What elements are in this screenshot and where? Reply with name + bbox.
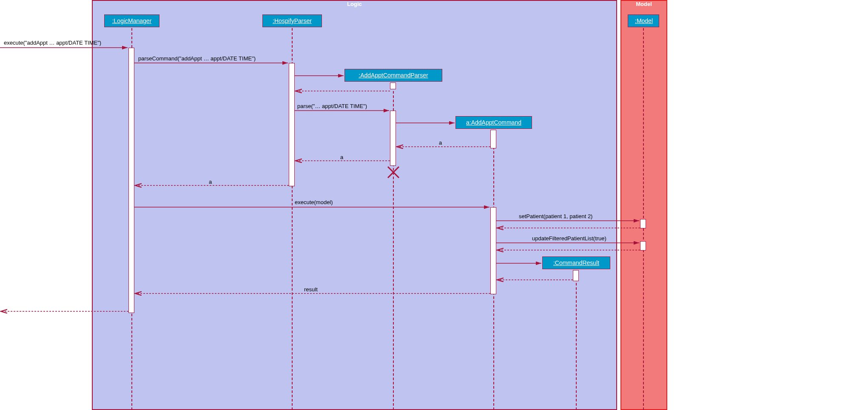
msg-update-filtered: updateFilteredPatientList(true) [532, 235, 606, 242]
activation-addappt-command-2 [490, 207, 496, 294]
msg-execute-1: execute("addAppt … appt/DATE TIME") [4, 40, 101, 46]
participant-addappt-command: a:AddApptCommand [455, 116, 532, 129]
msg-return-a-3: a [209, 179, 212, 185]
msg-return-a-2: a [340, 154, 343, 160]
msg-return-a-1: a [439, 140, 442, 146]
activation-addappt-command-1 [490, 130, 496, 148]
activation-hospify-parser [289, 63, 295, 186]
msg-result: result [304, 286, 318, 293]
frame-model-label: Model [621, 0, 666, 8]
participant-hospify-parser: :HospifyParser [262, 14, 322, 27]
msg-set-patient: setPatient(patient 1, patient 2) [519, 213, 592, 219]
lifeline-command-result [576, 270, 577, 410]
activation-logic-manager [128, 48, 134, 313]
participant-logic-manager: :LogicManager [104, 14, 159, 27]
activation-command-result [573, 270, 579, 281]
activation-model-1 [640, 219, 646, 228]
msg-parse-command: parseCommand("addAppt … appt/DATE TIME") [138, 55, 256, 62]
msg-execute-model: execute(model) [295, 199, 333, 205]
msg-parse: parse("… appt/DATE TIME") [297, 103, 367, 109]
activation-addappt-parser-1 [390, 83, 396, 89]
activation-model-2 [640, 241, 646, 251]
activation-addappt-parser-2 [390, 111, 396, 166]
participant-command-result: :CommandResult [542, 256, 610, 269]
frame-logic-label: Logic [93, 0, 616, 8]
participant-addappt-parser: :AddApptCommandParser [344, 69, 442, 82]
frame-model: Model [620, 0, 667, 410]
participant-model: :Model [628, 14, 659, 27]
